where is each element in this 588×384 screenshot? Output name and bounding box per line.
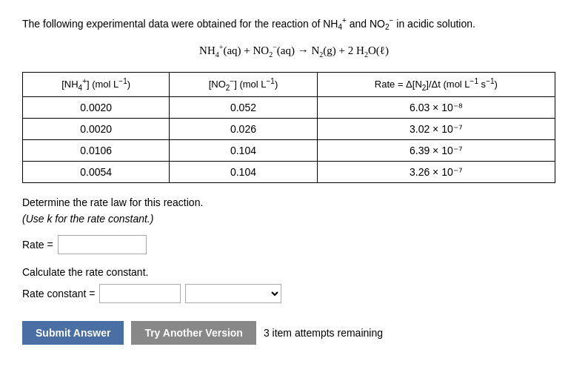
rate-const-select[interactable]: mol⁻¹ L s⁻¹ mol⁻² L² s⁻¹ s⁻¹ [185,284,281,303]
table-cell: 0.104 [170,162,317,183]
intro-text: The following experimental data were obt… [22,15,566,33]
chemical-equation: NH4+(aq) + NO2−(aq) → N2(g) + 2 H2O(ℓ) [22,43,566,59]
attempts-text: 3 item attempts remaining [264,327,383,339]
col-header-no2: [NO2−] (mol L−1) [170,73,317,97]
table-cell: 0.0054 [23,162,170,183]
table-cell: 3.26 × 10⁻⁷ [317,162,555,183]
rate-input[interactable] [58,235,147,254]
rate-constant-row: Rate constant = mol⁻¹ L s⁻¹ mol⁻² L² s⁻¹… [22,284,566,303]
table-cell: 0.0106 [23,140,170,162]
determine-text: Determine the rate law for this reaction… [22,196,566,208]
table-cell: 3.02 × 10⁻⁷ [317,119,555,140]
italic-note: (Use k for the rate constant.) [22,213,566,225]
table-cell: 0.104 [170,140,317,162]
button-row: Submit Answer Try Another Version 3 item… [22,321,566,345]
table-cell: 0.0020 [23,97,170,119]
data-table: [NH4+] (mol L−1) [NO2−] (mol L−1) Rate =… [22,72,555,183]
table-row: 0.00540.1043.26 × 10⁻⁷ [23,162,555,183]
table-cell: 6.39 × 10⁻⁷ [317,140,555,162]
table-row: 0.00200.0526.03 × 10⁻⁸ [23,97,555,119]
table-row: 0.01060.1046.39 × 10⁻⁷ [23,140,555,162]
table-row: 0.00200.0263.02 × 10⁻⁷ [23,119,555,140]
table-cell: 0.026 [170,119,317,140]
table-cell: 0.0020 [23,119,170,140]
col-header-rate: Rate = Δ[N2]/Δt (mol L−1 s−1) [317,73,555,97]
submit-button[interactable]: Submit Answer [22,321,124,345]
rate-label: Rate = [22,239,53,251]
try-another-button[interactable]: Try Another Version [131,321,256,345]
rate-constant-label: Rate constant = [22,288,95,299]
rate-row: Rate = [22,235,566,254]
calc-text: Calculate the rate constant. [22,266,566,278]
table-cell: 6.03 × 10⁻⁸ [317,97,555,119]
rate-const-input[interactable] [99,284,181,303]
col-header-nh4: [NH4+] (mol L−1) [23,73,170,97]
table-cell: 0.052 [170,97,317,119]
